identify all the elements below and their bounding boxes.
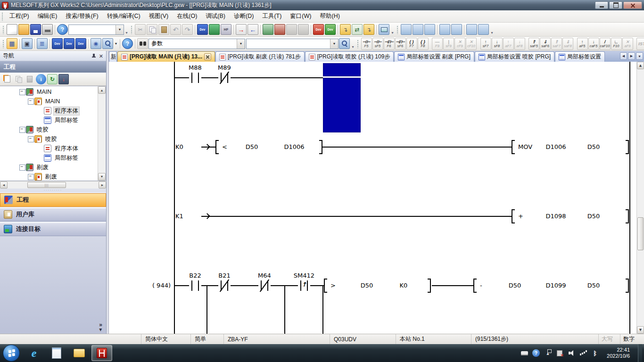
tree-item[interactable]: 局部标签 [0, 115, 98, 125]
program-list-icon[interactable] [37, 38, 48, 49]
ladder-symbol-button[interactable]: ↑ aF7 [503, 38, 514, 50]
ladder-symbol-button[interactable]: ( ) F7 [406, 38, 417, 50]
tree-item[interactable]: 程序本体 [0, 106, 98, 115]
volume-tray-icon[interactable] [568, 349, 575, 357]
minimize-button[interactable] [595, 1, 608, 9]
new-data-icon[interactable] [2, 74, 12, 84]
bluetooth-tray-icon[interactable] [591, 349, 599, 357]
tree-expander-icon[interactable] [19, 126, 25, 133]
watch-register-icon[interactable] [91, 38, 101, 49]
scrollbar-thumb[interactable] [637, 217, 644, 250]
ladder-symbol-button[interactable]: ↑ sF7 [480, 38, 491, 50]
paste-data-icon[interactable] [25, 74, 35, 84]
tree-horizontal-scrollbar[interactable]: ◄ ||| ► [0, 181, 106, 189]
monitor-pause-icon[interactable] [424, 24, 435, 35]
ladder-monitor-icon[interactable] [401, 24, 412, 35]
ladder-symbol-button[interactable]: IST [636, 38, 644, 50]
ladder-symbol-button[interactable]: ↓ sF8 [492, 38, 503, 50]
menu-item[interactable]: 窗口(W) [286, 10, 315, 22]
menu-item[interactable]: 在线(O) [173, 10, 201, 22]
scroll-right-icon[interactable]: ► [99, 181, 106, 189]
start-button[interactable] [3, 345, 20, 362]
ladder-symbol-button[interactable]: ⊣⊢ sF5 [372, 38, 383, 50]
ladder-symbol-button[interactable]: ✕ cF9 [454, 38, 465, 50]
menu-item[interactable]: 视图(V) [145, 10, 173, 22]
data-select-combo[interactable]: 参数 ▼ [149, 39, 245, 49]
sort-data-icon[interactable] [58, 74, 69, 84]
statement-jump-icon[interactable] [340, 24, 351, 35]
menu-item[interactable]: 转换/编译(C) [103, 10, 145, 22]
copy-data-icon[interactable] [13, 74, 24, 84]
ladder-symbol-button[interactable]: ⇓ saF8 [562, 38, 573, 50]
save-project-icon[interactable] [30, 24, 41, 35]
ladder-symbol-button[interactable]: { } F8 [418, 38, 429, 50]
scroll-down-icon[interactable]: ▼ [98, 173, 106, 181]
dropdown-arrow-icon[interactable]: ▼ [114, 39, 118, 49]
tree-expander-icon[interactable] [27, 98, 34, 105]
read-from-plc-icon[interactable] [248, 24, 258, 35]
notepad-taskbar-button[interactable] [46, 345, 67, 361]
device-memory-edit-icon[interactable] [64, 38, 74, 49]
contact-rising-pulse[interactable] [298, 280, 310, 292]
device-remove-tray-icon[interactable] [556, 349, 563, 357]
menu-item[interactable]: 工程(P) [5, 10, 33, 22]
close-panel-icon[interactable]: ✕ [99, 53, 103, 59]
maximize-button[interactable] [609, 1, 622, 9]
ladder-symbol-button[interactable]: ∟ F10 [611, 38, 622, 50]
scroll-up-icon[interactable]: ▲ [98, 86, 106, 94]
tree-expander-icon[interactable] [37, 155, 43, 161]
document-tab[interactable]: 局部标签设置 喷胶 [PRG] [475, 51, 554, 62]
toolbar-overflow-icon[interactable]: ▾ [489, 25, 495, 35]
watch-window-2-icon[interactable] [478, 24, 489, 35]
clipped-tab[interactable]: 新 [109, 51, 117, 62]
navigation-window-toggle-icon[interactable] [7, 38, 17, 49]
ladder-symbol-button[interactable]: — F9 [432, 38, 443, 50]
secondary-combo[interactable]: ▼ [246, 39, 339, 49]
tree-item[interactable]: 剔废 [0, 163, 98, 172]
copy-icon[interactable] [147, 24, 157, 35]
device-comment-edit-icon[interactable] [52, 38, 63, 49]
data-security-icon[interactable] [36, 74, 46, 84]
monitor-watch-red-icon[interactable] [274, 24, 285, 35]
show-desktop-button[interactable] [638, 344, 642, 362]
keyboard-tray-icon[interactable] [520, 349, 528, 357]
combo-arrow-icon[interactable]: ▼ [237, 39, 245, 49]
show-hidden-tray-icon[interactable] [544, 349, 552, 357]
internet-explorer-taskbar-button[interactable] [24, 345, 44, 361]
device-search-icon[interactable] [102, 38, 113, 49]
tab-list-icon[interactable]: ▼ [636, 52, 643, 60]
menu-item[interactable]: 编辑(E) [33, 10, 62, 22]
file-explorer-taskbar-button[interactable] [69, 345, 90, 361]
ladder-symbol-button[interactable]: ↓ caF5 [588, 38, 599, 50]
program-list-monitor-icon[interactable] [439, 24, 450, 35]
monitor-inactive-a-icon[interactable] [286, 24, 297, 35]
menu-item[interactable]: 工具(T) [258, 10, 286, 22]
tree-vertical-scrollbar[interactable]: ▲ ▼ [98, 86, 106, 181]
tree-item[interactable]: 喷胶 [0, 125, 98, 134]
toolbar-overflow-icon[interactable]: ▾ [124, 25, 129, 35]
scroll-down-icon[interactable]: ▼ [637, 326, 644, 334]
tree-expander-icon[interactable] [27, 173, 34, 180]
ladder-symbol-button[interactable]: / caF10 [600, 38, 611, 50]
tree-item[interactable]: MAIN [0, 97, 98, 106]
ladder-symbol-button[interactable]: ⇓ saF6 [540, 38, 551, 50]
project-combo[interactable]: ▼ [68, 25, 124, 35]
scroll-up-icon[interactable]: ▲ [637, 62, 644, 69]
toolbar-overflow-icon[interactable]: ▾ [350, 39, 355, 49]
editor-vertical-scrollbar[interactable]: ▲ ▼ [636, 62, 644, 334]
cut-icon[interactable] [135, 24, 146, 35]
tree-item[interactable]: 喷胶 [0, 134, 98, 144]
ladder-symbol-button[interactable]: ⊣⊢ F5 [361, 38, 372, 50]
toolbar-overflow-icon[interactable]: ▾ [390, 25, 395, 35]
menu-item[interactable]: 搜索/替换(F) [61, 10, 102, 22]
monitor-inactive-b-icon[interactable] [298, 24, 309, 35]
nav-view-button[interactable]: 连接目标 [0, 222, 106, 236]
contact-normally-closed[interactable] [258, 280, 271, 292]
scroll-tabs-right-icon[interactable]: ▶ [628, 52, 635, 60]
print-icon[interactable] [42, 24, 53, 35]
menu-item[interactable]: 帮助(H) [315, 10, 344, 22]
contact-normally-closed[interactable] [218, 280, 231, 292]
ladder-symbol-button[interactable]: ⊣/⊢ F6 [384, 38, 395, 50]
device-comment-find-icon[interactable] [197, 24, 208, 35]
write-to-plc-icon[interactable] [236, 24, 247, 35]
